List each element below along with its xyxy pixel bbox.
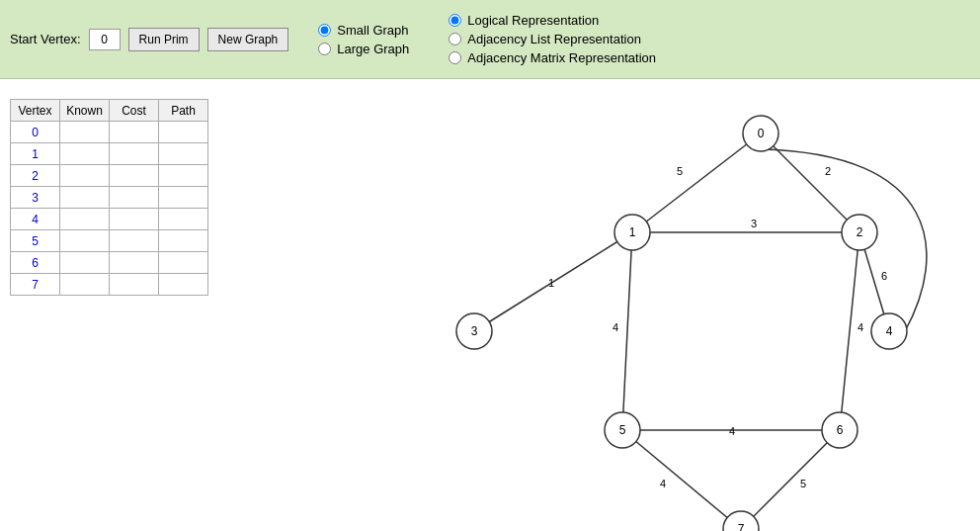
cell-path	[159, 187, 208, 209]
cell-path	[159, 230, 208, 252]
table-row: 1	[11, 143, 208, 165]
table-row: 3	[11, 187, 208, 209]
node-4: 4	[871, 313, 907, 349]
cell-cost	[110, 165, 159, 187]
large-graph-radio[interactable]	[318, 43, 331, 55]
toolbar: Start Vertex: Run Prim New Graph Small G…	[0, 0, 980, 79]
table-section: Vertex Known Cost Path 01234567	[10, 99, 237, 531]
cell-known	[60, 252, 110, 274]
adj-matrix-option[interactable]: Adjacency Matrix Representation	[449, 50, 656, 65]
cell-known	[60, 274, 110, 296]
edge-6-7	[741, 430, 840, 529]
cell-known	[60, 122, 110, 143]
edge-2-6	[840, 232, 859, 430]
cell-path	[159, 122, 208, 143]
start-vertex-input[interactable]	[89, 29, 121, 50]
cell-known	[60, 230, 110, 252]
edge-label-5-7: 4	[660, 478, 666, 489]
graph-section: 523146444501234567	[237, 89, 970, 531]
col-path: Path	[159, 100, 208, 122]
graph-svg: 523146444501234567	[237, 89, 970, 531]
col-vertex: Vertex	[11, 100, 60, 122]
edge-0-1	[632, 133, 761, 232]
edge-label-1-2: 3	[751, 218, 757, 229]
node-7: 7	[723, 511, 759, 531]
edge-label-5-6: 4	[729, 425, 735, 437]
cell-known	[60, 165, 110, 187]
node-label-6: 6	[837, 423, 844, 437]
adj-list-radio[interactable]	[449, 33, 461, 45]
cell-path	[159, 252, 208, 274]
node-label-2: 2	[857, 225, 863, 239]
cell-vertex: 3	[11, 187, 60, 209]
node-0: 0	[743, 116, 778, 151]
logical-rep-option[interactable]: Logical Representation	[449, 13, 656, 28]
cell-vertex: 1	[11, 143, 60, 165]
small-graph-radio[interactable]	[318, 24, 331, 37]
cell-path	[159, 209, 208, 230]
table-row: 4	[11, 209, 208, 230]
table-row: 2	[11, 165, 208, 187]
cell-known	[60, 187, 110, 209]
adj-list-label: Adjacency List Representation	[467, 32, 641, 46]
small-graph-option[interactable]: Small Graph	[318, 23, 409, 38]
node-6: 6	[822, 412, 858, 448]
col-known: Known	[60, 100, 110, 122]
edge-label-1-3: 1	[548, 277, 554, 289]
cell-vertex: 4	[11, 209, 60, 230]
edge-0-2	[761, 133, 859, 232]
edge-label-0-1: 5	[677, 165, 683, 177]
adj-matrix-label: Adjacency Matrix Representation	[467, 50, 656, 65]
toolbar-left: Start Vertex: Run Prim New Graph	[10, 28, 288, 51]
small-graph-label: Small Graph	[337, 23, 408, 38]
node-label-5: 5	[619, 423, 626, 437]
table-row: 7	[11, 274, 208, 296]
large-graph-label: Large Graph	[337, 42, 409, 56]
cell-vertex: 5	[11, 230, 60, 252]
adj-matrix-radio[interactable]	[449, 51, 461, 64]
representation-group: Logical Representation Adjacency List Re…	[449, 13, 656, 65]
node-3: 3	[456, 313, 492, 349]
node-label-7: 7	[738, 522, 745, 531]
table-row: 5	[11, 230, 208, 252]
table-row: 6	[11, 252, 208, 274]
cell-cost	[110, 209, 159, 230]
cell-path	[159, 143, 208, 165]
node-label-4: 4	[886, 324, 893, 338]
cell-vertex: 2	[11, 165, 60, 187]
start-vertex-label: Start Vertex:	[10, 32, 81, 46]
node-5: 5	[605, 412, 640, 448]
main-content: Vertex Known Cost Path 01234567 52314644…	[0, 79, 980, 531]
edge-5-7	[622, 430, 741, 529]
cell-known	[60, 143, 110, 165]
node-label-1: 1	[629, 225, 636, 239]
node-label-0: 0	[758, 127, 765, 140]
graph-options-group: Small Graph Large Graph	[318, 23, 409, 56]
prim-table: Vertex Known Cost Path 01234567	[10, 99, 208, 296]
node-1: 1	[614, 215, 650, 250]
cell-cost	[110, 122, 159, 143]
cell-known	[60, 209, 110, 230]
cell-vertex: 7	[11, 274, 60, 296]
logical-rep-label: Logical Representation	[467, 13, 599, 28]
logical-rep-radio[interactable]	[449, 14, 461, 27]
cell-cost	[110, 187, 159, 209]
cell-vertex: 0	[11, 122, 60, 143]
adj-list-option[interactable]: Adjacency List Representation	[449, 32, 656, 46]
run-prim-button[interactable]: Run Prim	[128, 28, 200, 51]
cell-cost	[110, 143, 159, 165]
edge-label-2-4: 6	[881, 270, 887, 282]
cell-cost	[110, 230, 159, 252]
node-label-3: 3	[471, 324, 478, 338]
edge-label-1-5: 4	[612, 321, 618, 333]
edge-label-0-2: 2	[825, 165, 831, 177]
cell-cost	[110, 274, 159, 296]
new-graph-button[interactable]: New Graph	[207, 28, 289, 51]
large-graph-option[interactable]: Large Graph	[318, 42, 409, 56]
edge-1-5	[622, 232, 632, 430]
col-cost: Cost	[110, 100, 159, 122]
node-2: 2	[842, 215, 877, 250]
cell-path	[159, 165, 208, 187]
cell-vertex: 6	[11, 252, 60, 274]
edge-label-6-7: 5	[800, 478, 806, 489]
